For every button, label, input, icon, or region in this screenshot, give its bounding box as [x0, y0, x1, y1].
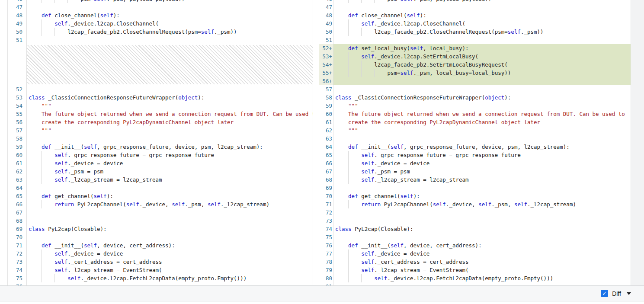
diff-row: 60 The future object returned when we se…: [319, 110, 631, 118]
line-number[interactable]: 67: [8, 208, 27, 217]
line-number[interactable]: 68: [319, 176, 333, 184]
diff-row: 57 """: [0, 126, 313, 134]
line-number[interactable]: 54: [8, 102, 27, 110]
diff-row: 64 def __init__(self, grpc_response_futu…: [319, 143, 631, 151]
code-text: """: [27, 102, 313, 110]
line-number[interactable]: 63: [8, 176, 27, 184]
line-number[interactable]: 61: [8, 159, 27, 167]
line-number[interactable]: 72: [319, 208, 333, 217]
diff-row: 76: [0, 282, 313, 285]
line-number[interactable]: 67: [319, 167, 333, 176]
line-number[interactable]: 69: [319, 184, 333, 192]
line-number[interactable]: 59: [319, 102, 333, 110]
line-number[interactable]: 51: [319, 36, 333, 44]
line-number[interactable]: 56: [8, 118, 27, 126]
line-number[interactable]: 61: [319, 118, 333, 126]
diff-row: 55 The future object returned when we se…: [0, 110, 313, 118]
code-text: def close_channel(self):: [333, 11, 631, 19]
line-number[interactable]: 50: [8, 28, 27, 36]
line-number[interactable]: 57: [319, 85, 333, 93]
marker-strip: [0, 282, 8, 285]
missing-lines-hatch: [27, 45, 313, 84]
line-number[interactable]: 76: [319, 241, 333, 250]
diff-checkbox[interactable]: ✓: [601, 290, 608, 297]
line-number[interactable]: 74: [319, 225, 333, 233]
diff-row: 59 def __init__(self, grpc_response_futu…: [0, 143, 313, 151]
line-number[interactable]: 68: [8, 217, 27, 225]
line-number[interactable]: 55+: [319, 69, 333, 77]
marker-strip: [0, 19, 8, 28]
line-number[interactable]: 53: [8, 93, 27, 102]
line-number[interactable]: 51: [8, 36, 27, 44]
line-number[interactable]: 63: [319, 134, 333, 143]
marker-strip: [0, 200, 8, 208]
line-number[interactable]: 71: [319, 200, 333, 208]
line-number[interactable]: 54+: [319, 61, 333, 69]
page-background: [0, 302, 644, 304]
line-number[interactable]: 46: [8, 0, 27, 3]
line-number[interactable]: 70: [8, 233, 27, 241]
line-number[interactable]: 53+: [319, 52, 333, 61]
line-number[interactable]: 55: [8, 110, 27, 118]
line-number[interactable]: 58: [8, 134, 27, 143]
line-number[interactable]: 49: [8, 19, 27, 28]
line-number[interactable]: 52+: [319, 44, 333, 52]
line-number[interactable]: 72: [8, 250, 27, 258]
line-number[interactable]: 59: [8, 143, 27, 151]
line-number[interactable]: 80: [319, 274, 333, 282]
line-number[interactable]: 74: [8, 266, 27, 274]
chevron-down-icon[interactable]: [627, 292, 631, 295]
line-number[interactable]: 60: [8, 151, 27, 159]
diff-row: 51: [0, 36, 313, 44]
diff-label[interactable]: Diff: [612, 290, 621, 297]
line-number[interactable]: 48: [8, 11, 27, 19]
line-number[interactable]: 65: [319, 151, 333, 159]
line-number[interactable]: 62: [319, 126, 333, 134]
marker-strip: [0, 217, 8, 225]
line-number[interactable]: 47: [8, 3, 27, 11]
line-number[interactable]: 52: [8, 85, 27, 93]
diff-row: 56 create the corresponding PyL2capDynam…: [0, 118, 313, 126]
line-number[interactable]: 46: [319, 0, 333, 3]
line-number[interactable]: 65: [8, 192, 27, 200]
code-text: [27, 36, 313, 44]
line-number[interactable]: 69: [8, 225, 27, 233]
code-text: self._device.l2cap.CloseChannel(: [27, 19, 313, 28]
code-text: self._l2cap_stream = l2cap_stream: [27, 176, 313, 184]
line-number[interactable]: 62: [8, 167, 27, 176]
code-text: [333, 217, 631, 225]
line-number[interactable]: 57: [8, 126, 27, 134]
line-number[interactable]: 66: [8, 200, 27, 208]
line-number[interactable]: 70: [319, 192, 333, 200]
scrollbar-track[interactable]: [631, 0, 644, 285]
line-number[interactable]: 50: [319, 28, 333, 36]
diff-row: 70 def get_channel(self):: [319, 192, 631, 200]
diff-row: 49 self._device.l2cap.CloseChannel(: [319, 19, 631, 28]
line-number[interactable]: 49: [319, 19, 333, 28]
line-number[interactable]: 56+: [319, 77, 333, 85]
diff-row: 68: [0, 217, 313, 225]
code-text: self._device.l2cap.CloseChannel(: [333, 19, 631, 28]
line-number[interactable]: 48: [319, 11, 333, 19]
diff-row: 79 self._l2cap_stream = EventStream(: [319, 266, 631, 274]
marker-strip: [0, 102, 8, 110]
code-text: """: [333, 126, 631, 134]
line-number[interactable]: 66: [319, 159, 333, 167]
line-number[interactable]: 73: [319, 217, 333, 225]
line-number[interactable]: 71: [8, 241, 27, 250]
line-number[interactable]: 64: [8, 184, 27, 192]
line-number[interactable]: 79: [319, 266, 333, 274]
line-number[interactable]: 75: [8, 274, 27, 282]
line-number[interactable]: 47: [319, 3, 333, 11]
diff-row: 71 def __init__(self, device, cert_addre…: [0, 241, 313, 250]
line-number[interactable]: 76: [8, 282, 27, 285]
line-number[interactable]: 77: [319, 250, 333, 258]
line-number[interactable]: 73: [8, 258, 27, 266]
line-number[interactable]: 75: [319, 233, 333, 241]
line-number[interactable]: 60: [319, 110, 333, 118]
line-number[interactable]: 78: [319, 258, 333, 266]
line-number[interactable]: 81: [319, 282, 333, 285]
line-number[interactable]: 58: [319, 93, 333, 102]
marker-strip: [0, 93, 8, 102]
line-number[interactable]: 64: [319, 143, 333, 151]
